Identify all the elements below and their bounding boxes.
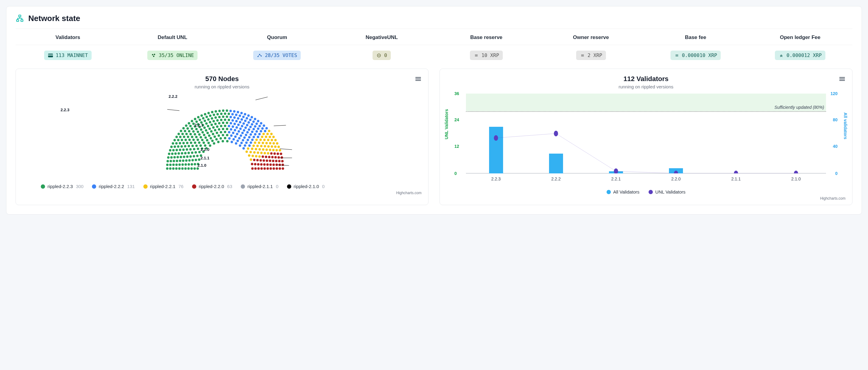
svg-point-226 <box>229 110 232 112</box>
svg-point-355 <box>278 146 280 148</box>
legend-item[interactable]: UNL Validators <box>649 189 685 195</box>
svg-point-206 <box>220 112 222 115</box>
svg-point-126 <box>195 136 197 138</box>
y-tick-left: 0 <box>455 171 457 176</box>
svg-point-239 <box>234 122 236 125</box>
svg-point-267 <box>240 134 242 137</box>
svg-point-340 <box>264 145 266 147</box>
svg-point-268 <box>241 132 244 134</box>
validators-chart-subtitle: running on rippled versions <box>446 84 845 89</box>
svg-point-51 <box>185 160 187 162</box>
svg-point-304 <box>261 127 264 130</box>
svg-point-199 <box>218 122 220 124</box>
svg-line-412 <box>167 109 180 111</box>
svg-point-76 <box>174 145 176 148</box>
svg-point-325 <box>270 133 273 135</box>
legend-count: 0 <box>322 184 324 189</box>
svg-point-114 <box>185 133 188 135</box>
legend-name: rippled-2.1.0 <box>294 184 319 189</box>
legend-item[interactable]: rippled-2.1.10 <box>241 184 278 189</box>
svg-point-130 <box>192 130 195 133</box>
svg-point-311 <box>248 144 251 147</box>
legend-item[interactable]: rippled-2.1.00 <box>287 184 325 189</box>
svg-point-119 <box>182 127 185 130</box>
chart-menu-button[interactable] <box>413 74 423 84</box>
svg-point-378 <box>281 156 283 159</box>
svg-point-298 <box>255 130 258 133</box>
svg-point-62 <box>175 152 177 155</box>
card-icon <box>48 53 53 58</box>
svg-point-297 <box>257 127 259 130</box>
svg-point-345 <box>267 145 270 147</box>
svg-point-103 <box>178 133 180 135</box>
badge-text: 10 XRP <box>482 52 499 58</box>
svg-point-245 <box>237 117 240 120</box>
svg-point-131 <box>191 127 193 130</box>
card-header: Network state <box>16 14 852 29</box>
badge-text: 113 MAINNET <box>56 52 88 58</box>
svg-point-183 <box>211 117 213 120</box>
svg-point-377 <box>262 160 265 162</box>
svg-point-327 <box>263 139 266 141</box>
svg-point-83 <box>181 145 183 147</box>
svg-point-294 <box>260 122 262 125</box>
svg-point-334 <box>255 148 257 150</box>
svg-point-228 <box>228 131 230 134</box>
svg-point-215 <box>224 119 226 121</box>
svg-point-418 <box>614 168 618 173</box>
svg-point-117 <box>199 144 202 147</box>
svg-point-266 <box>238 137 241 140</box>
legend-item[interactable]: rippled-2.2.2131 <box>92 184 134 189</box>
svg-point-240 <box>232 132 234 134</box>
stat-label: Default UNL <box>123 34 222 40</box>
stat-label: Quorum <box>227 34 327 40</box>
chart-credits[interactable]: Highcharts.com <box>23 191 422 195</box>
svg-point-270 <box>244 126 247 129</box>
legend-item[interactable]: rippled-2.2.063 <box>192 184 232 189</box>
svg-point-364 <box>270 152 273 155</box>
chart-menu-button[interactable] <box>838 74 847 84</box>
svg-point-242 <box>235 120 238 122</box>
svg-point-72 <box>193 155 195 158</box>
svg-point-167 <box>204 120 206 122</box>
svg-point-79 <box>177 145 180 148</box>
y-axis-right-label: All validators <box>843 112 848 139</box>
svg-point-105 <box>183 136 185 138</box>
legend-item[interactable]: All Validators <box>607 189 640 195</box>
svg-point-24 <box>190 167 193 170</box>
svg-point-209 <box>222 122 224 124</box>
legend-item[interactable]: rippled-2.2.3300 <box>41 184 83 189</box>
svg-point-372 <box>256 159 259 162</box>
svg-point-265 <box>237 140 239 142</box>
svg-point-313 <box>255 139 258 141</box>
y-tick-right: 40 <box>833 144 838 149</box>
svg-point-205 <box>220 119 222 121</box>
svg-point-192 <box>216 125 219 128</box>
svg-point-256 <box>244 113 246 115</box>
svg-point-211 <box>222 109 224 112</box>
svg-point-135 <box>188 122 190 125</box>
legend-item[interactable]: rippled-2.2.176 <box>143 184 184 189</box>
svg-point-210 <box>222 115 224 118</box>
chart-credits[interactable]: Highcharts.com <box>446 196 845 201</box>
legend-count: 63 <box>227 184 232 189</box>
svg-point-279 <box>248 128 250 131</box>
validators-badge: 113 MAINNET <box>44 51 92 60</box>
svg-point-250 <box>237 124 240 126</box>
svg-point-243 <box>231 141 233 143</box>
svg-point-171 <box>210 130 212 133</box>
svg-point-217 <box>226 109 228 112</box>
svg-point-84 <box>175 142 178 144</box>
svg-point-57 <box>180 156 182 158</box>
svg-point-395 <box>281 164 284 166</box>
svg-point-139 <box>195 128 198 131</box>
svg-point-326 <box>251 147 253 150</box>
svg-point-255 <box>242 115 245 118</box>
plot-area: Sufficiently updated (80%) 36 24 12 0 12… <box>466 93 826 173</box>
svg-point-419 <box>674 171 678 173</box>
svg-line-407 <box>256 97 268 100</box>
equals-icon <box>674 53 680 58</box>
svg-point-176 <box>214 135 216 138</box>
minus-circle-icon <box>376 53 382 58</box>
svg-point-314 <box>262 133 265 135</box>
